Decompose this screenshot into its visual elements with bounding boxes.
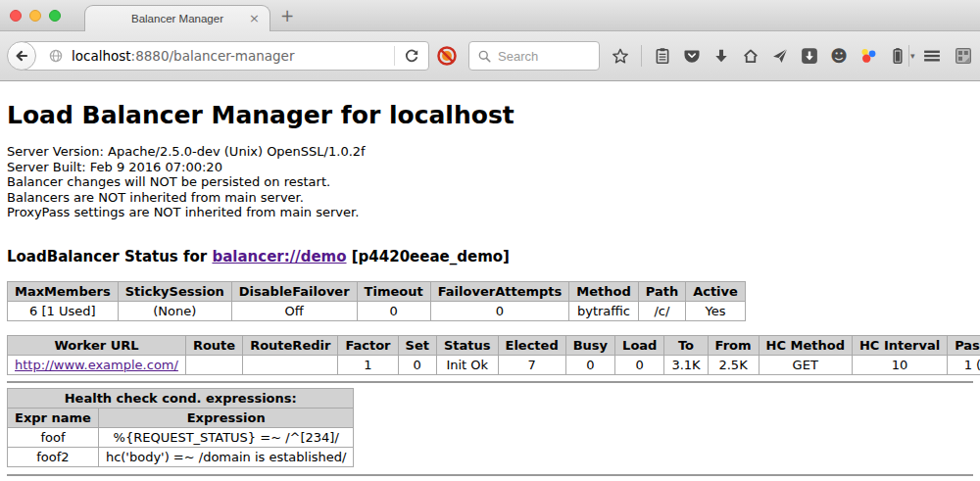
table-cell: Yes (686, 301, 746, 320)
balancers-notice-line: Balancers are NOT inherited from main se… (7, 190, 973, 206)
balancer-table: MaxMembers StickySession DisableFailover… (7, 281, 746, 321)
status-heading-suffix: [p4420eeae_demo] (347, 248, 510, 265)
column-header: Expr name (8, 408, 99, 427)
worker-table: Worker URL Route RouteRedir Factor Set S… (7, 335, 980, 375)
expression-cell: %{REQUEST_STATUS} =~ /^[234]/ (98, 427, 354, 447)
column-header: HC Method (759, 335, 852, 355)
worker-url-link[interactable]: http://www.example.com/ (15, 358, 178, 372)
server-info: Server Version: Apache/2.5.0-dev (Unix) … (7, 144, 973, 220)
pocket-icon[interactable] (683, 47, 701, 65)
table-cell (185, 355, 242, 374)
table-cell: 10 (852, 355, 947, 374)
persist-notice-line: Balancer changes will NOT be persisted o… (7, 174, 973, 190)
column-header: FailoverAttempts (430, 281, 569, 301)
column-header: Status (436, 335, 498, 355)
url-domain: localhost (72, 48, 131, 64)
table-cell: 0 (357, 301, 430, 320)
worker-table-row: http://www.example.com/ 1 0 Init Ok 7 0 … (8, 355, 980, 374)
battery-extension-icon[interactable] (889, 47, 906, 65)
column-header: DisableFailover (231, 281, 357, 301)
site-identity-globe-icon[interactable] (48, 48, 64, 64)
table-cell: 1 (338, 355, 398, 374)
health-table-header-row: Expr name Expression (8, 408, 354, 427)
search-input[interactable] (498, 49, 582, 64)
status-heading-prefix: LoadBalancer Status for (7, 248, 212, 265)
table-cell: 6 [1 Used] (8, 301, 119, 320)
table-cell: 1 (0) (948, 355, 980, 374)
column-header: Timeout (357, 281, 430, 301)
tab-close-icon[interactable]: × (249, 10, 260, 26)
reload-icon (404, 48, 419, 64)
page-content: Load Balancer Manager for localhost Serv… (0, 82, 980, 481)
column-header: Active (686, 281, 746, 301)
extension-dots-icon[interactable] (859, 47, 877, 65)
feedback-smiley-icon[interactable]: ☻ (830, 47, 848, 65)
column-header: Worker URL (8, 335, 186, 355)
back-button[interactable] (7, 41, 36, 71)
table-cell (243, 355, 338, 374)
column-header: MaxMembers (8, 281, 119, 301)
bookmark-star-icon[interactable] (612, 47, 629, 65)
table-cell: bytraffic (569, 301, 638, 320)
table-cell: Init Ok (436, 355, 498, 374)
toolbar-divider (641, 45, 642, 67)
column-header: Path (638, 281, 685, 301)
extension-download-box-icon[interactable] (801, 47, 818, 65)
health-table-title: Health check cond. expressions: (8, 388, 354, 408)
column-header: Passes (948, 335, 980, 355)
health-table-row: foof2 hc('body') =~ /domain is establish… (8, 447, 354, 466)
back-arrow-icon (14, 48, 29, 64)
table-cell: 0 (398, 355, 436, 374)
content-blocker-icon[interactable] (436, 45, 458, 71)
server-built-line: Server Built: Feb 9 2016 07:00:20 (7, 160, 973, 175)
search-bar[interactable] (468, 41, 600, 71)
expr-name-cell: foof (8, 427, 99, 447)
search-icon[interactable] (477, 49, 492, 64)
column-header: Expression (98, 408, 354, 427)
url-text[interactable]: localhost:8880/balancer-manager (72, 48, 394, 64)
panel-grid-icon[interactable] (955, 47, 972, 65)
tab-balancer-manager[interactable]: Balancer Manager × (84, 5, 270, 31)
tab-title: Balancer Manager (131, 13, 223, 24)
column-header: StickySession (118, 281, 231, 301)
zoom-window-button[interactable] (49, 10, 61, 22)
new-tab-button[interactable]: + (280, 4, 294, 27)
navigation-toolbar: localhost:8880/balancer-manager (0, 31, 980, 81)
toolbar-divider (908, 45, 909, 67)
titlebar: Balancer Manager × + (0, 0, 980, 31)
browser-window: Balancer Manager × + localhost:8880/bala… (0, 0, 980, 481)
column-header: Elected (498, 335, 565, 355)
balancer-table-header-row: MaxMembers StickySession DisableFailover… (8, 281, 746, 301)
url-bar[interactable]: localhost:8880/balancer-manager (22, 41, 429, 71)
worker-table-header-row: Worker URL Route RouteRedir Factor Set S… (8, 335, 980, 355)
table-cell: GET (759, 355, 852, 374)
balancer-table-row: 6 [1 Used] (None) Off 0 0 bytraffic /c/ … (8, 301, 746, 320)
toolbar-right-icons (908, 41, 972, 71)
health-table-row: foof %{REQUEST_STATUS} =~ /^[234]/ (8, 427, 354, 447)
download-icon[interactable] (712, 47, 730, 65)
minimize-window-button[interactable] (29, 10, 41, 22)
column-header: Route (185, 335, 242, 355)
loadbalancer-status-heading: LoadBalancer Status for balancer://demo … (7, 248, 973, 265)
column-header: HC Interval (852, 335, 947, 355)
bottom-rule (7, 474, 973, 476)
reload-button[interactable] (395, 48, 428, 64)
table-cell: 7 (498, 355, 565, 374)
worker-url-cell: http://www.example.com/ (8, 355, 186, 374)
table-cell: 3.1K (664, 355, 708, 374)
toolbar-icons: ☻ ▾ (612, 41, 915, 71)
balancer-demo-link[interactable]: balancer://demo (212, 248, 346, 265)
server-version-line: Server Version: Apache/2.5.0-dev (Unix) … (7, 144, 973, 160)
home-icon[interactable] (742, 47, 760, 65)
table-cell: 0 (565, 355, 614, 374)
divider-rule (7, 381, 973, 383)
table-cell: /c/ (638, 301, 685, 320)
expression-cell: hc('body') =~ /domain is established/ (98, 447, 354, 466)
table-cell: 0 (615, 355, 664, 374)
close-window-button[interactable] (10, 10, 22, 22)
clipboard-icon[interactable] (654, 47, 671, 65)
column-header: Load (615, 335, 664, 355)
table-cell: 0 (430, 301, 569, 320)
menu-hamburger-icon[interactable] (923, 47, 941, 65)
send-plane-icon[interactable] (771, 47, 789, 65)
